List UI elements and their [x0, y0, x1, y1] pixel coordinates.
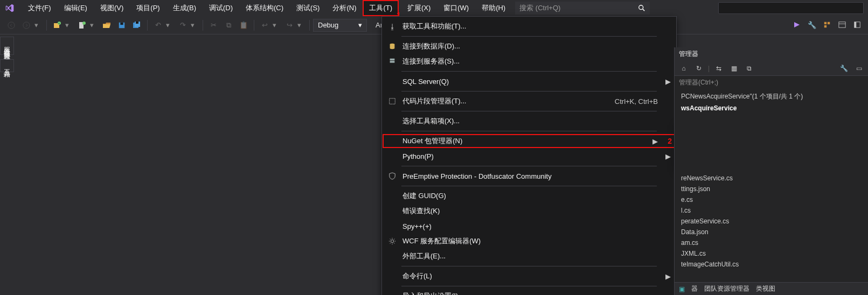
menu-help[interactable]: 帮助(H) [475, 0, 512, 16]
configuration-combo[interactable]: Debug ▾ [313, 19, 367, 32]
menu-create-guid[interactable]: 创建 GUID(G) [382, 188, 676, 203]
new-project-button[interactable]: + [50, 18, 64, 32]
step-forward-button[interactable]: ↪ [282, 18, 296, 32]
open-folder-button[interactable] [100, 18, 114, 32]
menu-analyze[interactable]: 分析(N) [326, 0, 363, 16]
menu-choose-toolbox[interactable]: 选择工具箱项(X)... [382, 114, 676, 129]
menu-error-lookup[interactable]: 错误查找(K) [382, 203, 676, 219]
menu-item-label: 导入和导出设置(I)... [402, 291, 660, 295]
undo-button[interactable]: ↶ [151, 18, 165, 32]
file-node[interactable]: l.cs [679, 205, 868, 216]
svg-point-3 [23, 22, 30, 28]
solution-toolbar: ⌂ ↻ | ⇆ ▦ ⧉ 🔧 ▭ [675, 61, 868, 76]
menu-get-tools[interactable]: ⭳ 获取工具和功能(T)... [382, 19, 676, 34]
menu-dotfuscator[interactable]: PreEmptive Protection - Dotfuscator Comm… [382, 168, 676, 184]
menu-wcf-editor[interactable]: WCF 服务配置编辑器(W) [382, 234, 676, 249]
wrench-icon[interactable]: 🔧 [805, 18, 818, 31]
toolbox-tab[interactable]: 工具箱 [0, 59, 14, 72]
menu-connect-server[interactable]: 连接到服务器(S)... [382, 54, 676, 69]
live-share-icon[interactable] [790, 18, 803, 31]
copy-button[interactable]: ⧉ [221, 18, 235, 32]
toolbar-sep [147, 20, 148, 31]
menu-snippet-manager[interactable]: 代码片段管理器(T)... Ctrl+K, Ctrl+B [382, 94, 676, 109]
save-all-button[interactable] [130, 18, 144, 32]
redo-button[interactable]: ↷ [176, 18, 190, 32]
submenu-arrow-icon: ▶ [664, 272, 672, 280]
menu-file[interactable]: 文件(F) [22, 0, 58, 16]
step-forward-dropdown[interactable]: ▾ [297, 21, 306, 29]
menu-separator [401, 91, 657, 92]
menu-sql-server[interactable]: SQL Server(Q) ▶ [382, 74, 676, 89]
new-project-dropdown[interactable]: ▾ [65, 21, 74, 29]
properties-icon[interactable]: 🔧 [838, 62, 850, 74]
menu-connect-db[interactable]: 连接到数据库(D)... [382, 39, 676, 54]
menu-architecture[interactable]: 体系结构(C) [239, 0, 290, 16]
nav-back-button[interactable] [4, 18, 18, 32]
menu-item-label: NuGet 包管理器(N) [402, 136, 647, 146]
sync-icon[interactable]: ⇆ [713, 62, 725, 74]
svg-point-8 [82, 22, 86, 25]
menu-debug[interactable]: 调试(D) [203, 0, 239, 16]
new-file-dropdown[interactable]: ▾ [90, 21, 99, 29]
home-icon[interactable]: ⌂ [678, 62, 690, 74]
svg-rect-22 [390, 59, 395, 61]
menu-nuget-manager[interactable]: NuGet 包管理器(N) ▶ 2 [382, 134, 676, 149]
file-node[interactable]: teImageCatchUtil.cs [679, 259, 868, 270]
step-back-dropdown[interactable]: ▾ [273, 21, 281, 29]
search-placeholder: 搜索 (Ctrl+Q) [519, 3, 560, 13]
menu-import-export[interactable]: 导入和导出设置(I)... [382, 289, 676, 295]
step-back-button[interactable]: ↩ [258, 18, 272, 32]
file-node[interactable]: e.cs [679, 194, 868, 205]
menu-tools[interactable]: 工具(T) [363, 0, 399, 16]
nav-forward-button[interactable] [19, 18, 33, 32]
collapse-icon[interactable]: ⧉ [743, 62, 755, 74]
database-icon [386, 43, 398, 50]
panel-icon[interactable] [851, 18, 864, 31]
left-tool-windows: 服务器资源管理器 工具箱 [0, 34, 14, 295]
solution-search-hint[interactable]: 管理器(Ctrl+;) [675, 76, 868, 89]
footer-tab[interactable]: 类视图 [756, 284, 775, 293]
menu-extensions[interactable]: 扩展(X) [401, 0, 437, 16]
menu-python[interactable]: Python(P) ▶ [382, 149, 676, 164]
menu-build[interactable]: 生成(B) [166, 0, 203, 16]
panel-footer-tabs: ▣ 器 团队资源管理器 类视图 [675, 282, 868, 295]
file-node[interactable]: JXML.cs [679, 248, 868, 259]
undo-dropdown[interactable]: ▾ [166, 21, 175, 29]
solution-node[interactable]: PCNewsAcquireService"(1 个项目/共 1 个) [679, 90, 868, 103]
shield-icon [386, 172, 398, 180]
svg-rect-13 [136, 22, 138, 24]
server-explorer-tab[interactable]: 服务器资源管理器 [0, 37, 14, 55]
show-all-icon[interactable]: ▦ [728, 62, 740, 74]
menu-spy[interactable]: Spy++(+) [382, 219, 676, 234]
svg-rect-20 [855, 22, 857, 28]
view-icon[interactable]: ▭ [853, 62, 865, 74]
file-node[interactable]: ttings.json [679, 184, 868, 194]
menu-external-tools[interactable]: 外部工具(E)... [382, 249, 676, 264]
redo-dropdown[interactable]: ▾ [191, 21, 199, 29]
menu-window[interactable]: 窗口(W) [437, 0, 475, 16]
menu-item-label: 命令行(L) [402, 271, 660, 281]
menu-edit[interactable]: 编辑(E) [58, 0, 94, 16]
paste-button[interactable]: 📋 [237, 18, 251, 32]
nav-dropdown[interactable]: ▾ [34, 21, 43, 29]
menu-command-line[interactable]: 命令行(L)▶ [382, 269, 676, 284]
menu-view[interactable]: 视图(V) [94, 0, 130, 16]
menu-project[interactable]: 项目(P) [130, 0, 166, 16]
new-file-button[interactable] [75, 18, 89, 32]
extension-icon[interactable] [821, 18, 834, 31]
menu-test[interactable]: 测试(S) [290, 0, 326, 16]
refresh-icon[interactable]: ↻ [693, 62, 705, 74]
project-node[interactable]: wsAcquireService [679, 103, 868, 114]
menu-item-label: PreEmptive Protection - Dotfuscator Comm… [402, 172, 660, 180]
footer-tab[interactable]: 器 [691, 284, 698, 293]
footer-tab[interactable]: 团队资源管理器 [704, 284, 749, 293]
save-button[interactable] [115, 18, 129, 32]
file-node[interactable]: perateService.cs [679, 216, 868, 227]
file-node[interactable]: am.cs [679, 237, 868, 248]
cut-button[interactable]: ✂ [206, 18, 220, 32]
file-node[interactable]: reNewsService.cs [679, 173, 868, 184]
window-layout-icon[interactable] [836, 18, 849, 31]
solution-tab-icon[interactable]: ▣ [679, 285, 685, 293]
file-node[interactable]: Data.json [679, 227, 868, 237]
global-search-input[interactable]: 搜索 (Ctrl+Q) [515, 2, 650, 15]
